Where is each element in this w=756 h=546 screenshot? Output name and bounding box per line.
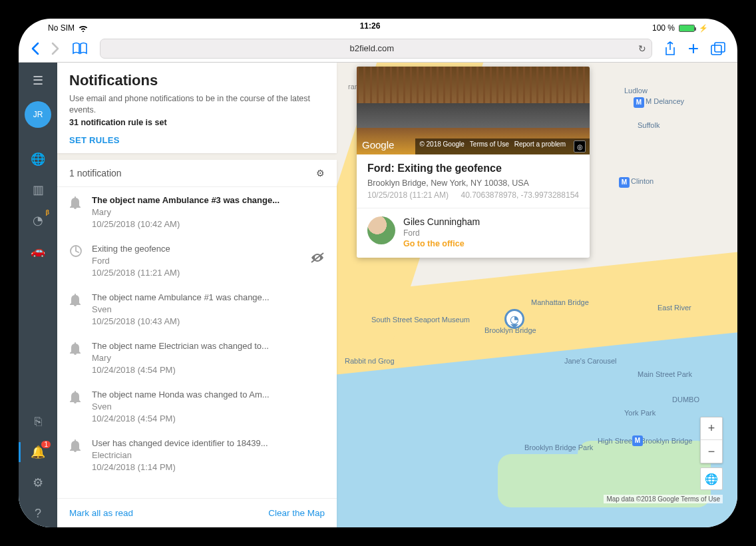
map-label: East River bbox=[658, 304, 691, 312]
map-label: Clinton bbox=[631, 177, 654, 185]
zoom-control: + − bbox=[700, 417, 723, 463]
menu-button[interactable]: ☰ bbox=[33, 69, 43, 99]
map-label: Main Street Park bbox=[638, 370, 692, 378]
map-label: South Street Seaport Museum bbox=[371, 316, 470, 324]
person-name: Giles Cunningham bbox=[403, 216, 480, 227]
notification-item[interactable]: The object name Electrician was changed … bbox=[57, 333, 337, 382]
tabs-button[interactable] bbox=[711, 42, 725, 55]
panel-title: Notifications bbox=[69, 72, 325, 89]
item-author: Sven bbox=[92, 402, 325, 411]
item-date: 10/24/2018 (4:54 PM) bbox=[92, 413, 325, 423]
person-avatar[interactable] bbox=[367, 216, 395, 244]
bell-icon bbox=[69, 195, 83, 229]
charging-icon: ⚡ bbox=[699, 24, 708, 33]
card-address: Brooklyn Bridge, New York, NY 10038, USA bbox=[367, 178, 579, 188]
safari-toolbar: b2field.com ↻ + bbox=[19, 35, 737, 63]
address-bar[interactable]: b2field.com ↻ bbox=[100, 39, 652, 59]
help-icon[interactable]: ? bbox=[19, 499, 57, 527]
item-date: 10/24/2018 (4:54 PM) bbox=[92, 365, 325, 375]
sidebar: ☰ JR 🌐 ▥ ◔β 🚗 ⎘ 🔔1 ⚙ ? bbox=[19, 63, 57, 527]
item-date: 10/25/2018 (11:21 AM) bbox=[92, 268, 325, 278]
ios-status-bar: No SIM 11:26 100 % ⚡ bbox=[19, 19, 737, 35]
map-label: DUMBO bbox=[672, 396, 699, 404]
reports-icon[interactable]: ▥ bbox=[19, 176, 57, 204]
sv-report-link[interactable]: Report a problem bbox=[514, 140, 566, 152]
sv-copyright: © 2018 Google bbox=[419, 140, 464, 152]
notification-item[interactable]: User has changed device identifier to 18… bbox=[57, 430, 337, 479]
metro-icon: M bbox=[632, 435, 643, 446]
item-date: 10/25/2018 (10:43 AM) bbox=[92, 316, 325, 326]
item-author: Ford bbox=[92, 256, 325, 266]
list-header: 1 notification bbox=[69, 168, 122, 178]
map-type-button[interactable]: 🌐 bbox=[700, 467, 723, 490]
map-attribution: Map data ©2018 Google Terms of Use bbox=[604, 495, 723, 503]
reload-icon[interactable]: ↻ bbox=[638, 43, 646, 54]
streetview-image[interactable]: Google © 2018 Google Terms of Use Report… bbox=[357, 67, 590, 154]
item-title: Exiting the geofence bbox=[92, 244, 325, 254]
zoom-in-button[interactable]: + bbox=[701, 417, 722, 440]
bell-icon bbox=[69, 341, 83, 375]
map-label: Brooklyn Bridge Park bbox=[524, 443, 593, 451]
forward-button bbox=[51, 42, 60, 55]
item-author: Mary bbox=[92, 207, 325, 217]
item-title: The object name Electrician was changed … bbox=[92, 341, 325, 351]
share-button[interactable] bbox=[664, 41, 676, 56]
notifications-panel: Notifications Use email and phone notifi… bbox=[57, 63, 337, 527]
item-date: 10/25/2018 (10:42 AM) bbox=[92, 219, 325, 229]
card-title: Ford: Exiting the geofence bbox=[367, 162, 579, 174]
list-settings-button[interactable]: ⚙ bbox=[316, 168, 325, 178]
person-action-link[interactable]: Go to the office bbox=[403, 239, 480, 248]
battery-icon bbox=[679, 25, 695, 32]
metro-icon: M bbox=[619, 177, 630, 188]
globe-icon[interactable]: 🌐 bbox=[19, 145, 57, 173]
notification-item[interactable]: Exiting the geofenceFord10/25/2018 (11:2… bbox=[57, 236, 337, 284]
map-label: High Street - Brooklyn Bridge bbox=[598, 437, 692, 445]
zoom-out-button[interactable]: − bbox=[701, 440, 722, 463]
notification-item[interactable]: The object name Ambulance #3 was change.… bbox=[57, 187, 337, 236]
bell-icon bbox=[69, 390, 83, 423]
map-label: Rabbit nd Grog bbox=[345, 357, 395, 365]
map-label: Ludlow bbox=[624, 87, 648, 95]
sv-terms-link[interactable]: Terms of Use bbox=[470, 140, 509, 152]
settings-icon[interactable]: ⚙ bbox=[19, 469, 57, 497]
bell-icon bbox=[69, 438, 83, 472]
bookmarks-button[interactable] bbox=[72, 42, 88, 55]
card-timestamp: 10/25/2018 (11:21 AM) bbox=[367, 190, 449, 200]
card-coords: 40.7063878978, -73.9973288154 bbox=[461, 190, 579, 200]
back-button[interactable] bbox=[31, 42, 39, 55]
map-marker[interactable]: ◔ bbox=[504, 309, 524, 329]
battery-pct: 100 % bbox=[652, 23, 675, 33]
sv-compass-icon[interactable]: ◎ bbox=[574, 140, 586, 152]
item-author: Electrician bbox=[92, 450, 325, 460]
url-text: b2field.com bbox=[106, 43, 638, 53]
streetview-logo: Google bbox=[362, 139, 394, 150]
map-label: Suffolk bbox=[638, 121, 660, 129]
vehicle-icon[interactable]: 🚗 bbox=[19, 237, 57, 265]
logout-icon[interactable]: ⎘ bbox=[19, 408, 57, 435]
carrier-label: No SIM bbox=[48, 23, 75, 33]
notification-item[interactable]: The object name Ambulance #1 was change.… bbox=[57, 284, 337, 333]
panel-subtitle: Use email and phone notifications to be … bbox=[69, 93, 325, 116]
metro-icon: M bbox=[634, 97, 644, 108]
item-title: The object name Ambulance #1 was change.… bbox=[92, 292, 325, 302]
mark-all-read-button[interactable]: Mark all as read bbox=[69, 508, 133, 518]
clear-map-button[interactable]: Clear the Map bbox=[268, 508, 325, 518]
hide-icon[interactable] bbox=[310, 252, 325, 264]
new-tab-button[interactable]: + bbox=[688, 38, 699, 59]
map-label: Jane's Carousel bbox=[564, 357, 617, 365]
wifi-icon bbox=[79, 25, 88, 32]
item-author: Mary bbox=[92, 353, 325, 363]
avatar[interactable]: JR bbox=[25, 101, 51, 128]
item-date: 10/24/2018 (1:14 PM) bbox=[92, 462, 325, 472]
detail-card: Google © 2018 Google Terms of Use Report… bbox=[357, 67, 590, 258]
item-title: User has changed device identifier to 18… bbox=[92, 438, 325, 448]
item-title: The object name Honda was changed to Am.… bbox=[92, 390, 325, 400]
geofence-icon[interactable]: ◔β bbox=[19, 206, 57, 234]
notification-item[interactable]: The object name Honda was changed to Am.… bbox=[57, 382, 337, 430]
set-rules-button[interactable]: SET RULES bbox=[69, 135, 325, 145]
notif-badge: 1 bbox=[41, 441, 51, 448]
notifications-icon[interactable]: 🔔1 bbox=[19, 438, 57, 466]
svg-rect-1 bbox=[715, 43, 725, 52]
svg-rect-0 bbox=[711, 45, 721, 55]
map-label: Manhattan Bridge bbox=[531, 298, 589, 306]
